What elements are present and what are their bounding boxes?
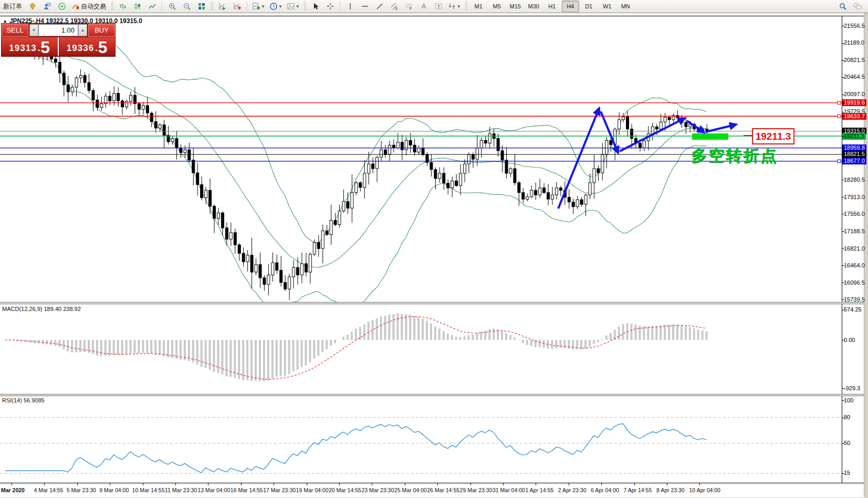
toolbar-separator	[247, 2, 248, 11]
price-callout[interactable]: 19211.3	[752, 128, 794, 144]
macd-canvas[interactable]	[0, 304, 842, 394]
data-window-button[interactable]	[55, 1, 69, 12]
indicators-button[interactable]: ▼	[250, 1, 267, 12]
bollinger-band	[5, 38, 707, 267]
zoom-in-button[interactable]	[165, 1, 179, 12]
toolbar-grip	[304, 2, 306, 11]
candle-body	[259, 265, 262, 278]
search-button[interactable]	[836, 1, 850, 12]
periods-button[interactable]: ▼	[268, 1, 284, 12]
candle-body	[75, 78, 78, 87]
price-tick-label: 17913.0	[842, 194, 866, 201]
cn-annotation-text[interactable]: 多空转折点	[691, 145, 778, 167]
line-chart-button[interactable]	[145, 1, 159, 12]
candle-body	[605, 140, 608, 154]
crosshair-button[interactable]	[323, 1, 337, 12]
buy-button[interactable]: BUY	[88, 24, 115, 37]
candle-body	[62, 73, 65, 85]
candle-body	[351, 193, 353, 209]
candle-body	[309, 254, 311, 272]
candlestick-icon	[133, 2, 142, 11]
new-order-button[interactable]: 新订单	[1, 1, 25, 12]
tile-windows-button[interactable]	[195, 1, 208, 12]
candle-body	[576, 200, 579, 206]
candle-body	[372, 164, 374, 169]
vertical-line-button[interactable]	[343, 1, 357, 12]
hline-handle[interactable]	[838, 160, 841, 163]
zoom-out-button[interactable]	[180, 1, 194, 12]
arrows-button[interactable]: ▼	[446, 1, 463, 12]
cursor-button[interactable]	[309, 1, 322, 12]
sell-price-frac: 5	[40, 41, 50, 55]
candle-body	[146, 106, 149, 113]
buy-price-dot: .	[95, 44, 98, 53]
time-axis-tick	[503, 483, 504, 485]
fibonacci-icon: F	[405, 2, 413, 11]
candle-body	[589, 183, 591, 195]
candle-body	[280, 270, 283, 282]
price-line-label: 19919.6	[842, 99, 866, 106]
trendline-button[interactable]	[373, 1, 386, 12]
text-icon: A	[420, 2, 428, 11]
candle-body	[363, 173, 366, 188]
candle-body	[539, 188, 541, 195]
tf-h4-button[interactable]: H4	[562, 1, 579, 12]
text-label-icon: T	[434, 2, 443, 11]
buy-price[interactable]: 19336 . 5	[59, 37, 116, 56]
sell-price[interactable]: 19313 . 5	[2, 37, 59, 56]
price-axis-line	[842, 16, 842, 483]
candle-body	[126, 101, 128, 107]
tf-h1-button[interactable]: H1	[543, 1, 561, 12]
zigzag-arrow[interactable]	[706, 124, 736, 132]
text-button[interactable]: A	[417, 1, 431, 12]
candle-body	[58, 63, 61, 74]
time-axis-tick	[110, 483, 110, 485]
candlestick-button[interactable]	[131, 1, 144, 12]
candle-body	[184, 150, 186, 152]
candle-body	[405, 140, 407, 150]
candle-body	[205, 190, 207, 198]
sell-button[interactable]: SELL	[2, 24, 28, 37]
volume-input[interactable]: 1.00	[38, 24, 78, 36]
time-axis-tick	[601, 483, 602, 485]
horizontal-line-button[interactable]	[358, 1, 372, 12]
market-watch-button[interactable]	[26, 1, 39, 12]
bar-chart-button[interactable]	[116, 1, 130, 12]
candle-body	[347, 202, 349, 209]
candle-body	[488, 134, 491, 143]
tf-m30-button[interactable]: M30	[525, 1, 542, 12]
price-tick-label: 21556.5	[842, 23, 866, 29]
auto-scroll-button[interactable]	[216, 1, 229, 12]
rsi-canvas[interactable]	[0, 396, 842, 483]
auto-trading-button[interactable]: 自动交易	[70, 1, 109, 12]
hline-handle[interactable]	[838, 101, 841, 105]
green-zone-annotation[interactable]	[692, 133, 728, 140]
candle-body	[509, 169, 512, 173]
tf-d1-button[interactable]: D1	[580, 1, 598, 12]
sell-price-dot: .	[38, 44, 40, 53]
volume-increase-button[interactable]: ▲	[78, 24, 87, 36]
tf-w1-button[interactable]: W1	[599, 1, 616, 12]
candle-body	[188, 150, 191, 160]
time-axis[interactable]: Mar 20204 Mar 14:555 Mar 23:309 Mar 04:0…	[0, 483, 864, 497]
candle-body	[238, 245, 240, 253]
chat-button[interactable]	[851, 1, 864, 12]
chart-shift-button[interactable]	[231, 1, 244, 12]
market-watch-icon	[28, 2, 37, 11]
tf-m5-button[interactable]: M5	[488, 1, 506, 12]
templates-button[interactable]: ▼	[285, 1, 301, 12]
tf-m15-button[interactable]: M15	[507, 1, 524, 12]
trendline-icon	[375, 2, 384, 11]
candle-body	[113, 94, 116, 101]
navigator-button[interactable]	[40, 1, 54, 12]
volume-decrease-button[interactable]: ▼	[29, 24, 38, 36]
text-label-button[interactable]: T	[432, 1, 445, 12]
fibonacci-button[interactable]: F	[402, 1, 416, 12]
hline-handle[interactable]	[838, 115, 841, 118]
tf-mn-button[interactable]: MN	[617, 1, 634, 12]
candle-body	[54, 59, 57, 62]
toolbar-grip	[465, 2, 467, 11]
tf-m1-button[interactable]: M1	[470, 1, 487, 12]
equidistant-channel-button[interactable]: E	[388, 1, 401, 12]
time-axis-label: 19 Mar 04:00	[296, 487, 329, 493]
